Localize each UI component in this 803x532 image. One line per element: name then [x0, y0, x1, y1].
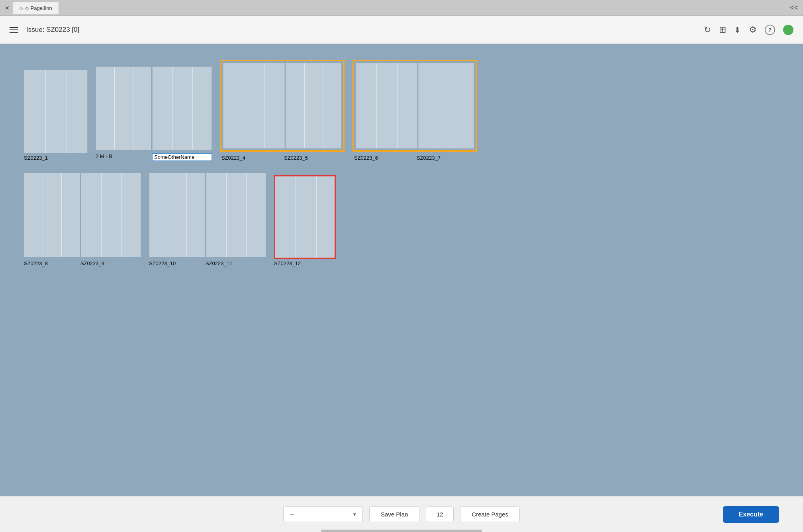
- main-canvas: SZ0223_1: [0, 44, 803, 496]
- page-label-4: SZ0223_4: [221, 155, 283, 161]
- header: Issue: SZ0223 [0] ?: [0, 16, 803, 44]
- page-item-2mb-left[interactable]: [96, 66, 151, 150]
- hamburger-line: [10, 32, 18, 33]
- page-group-10-11: SZ0223_10 SZ0223_11: [149, 173, 266, 266]
- page-thumb-1: [24, 70, 88, 153]
- settings-icon[interactable]: [749, 25, 757, 35]
- labels-10-11: SZ0223_10 SZ0223_11: [149, 259, 266, 266]
- header-title: Issue: SZ0223 [0]: [26, 26, 79, 34]
- page-group-8-9: SZ0223_8 SZ0223_9: [24, 173, 141, 266]
- page-thumb-2mb-left: [96, 66, 151, 150]
- page-item-2mb-right[interactable]: [152, 66, 212, 150]
- pages-row-2: SZ0223_8 SZ0223_9 SZ0223_10 SZ0223_11: [24, 173, 779, 266]
- title-bar-left: ✕ ◇ ◇ PageJinn: [5, 2, 59, 14]
- page-thumb-4[interactable]: [223, 63, 285, 149]
- title-bar: ✕ ◇ ◇ PageJinn <<: [0, 0, 803, 16]
- page-group-2mb: 2 M - B: [96, 66, 212, 161]
- page-label-8: SZ0223_8: [24, 260, 80, 266]
- page-thumb-11[interactable]: [206, 173, 266, 257]
- download-icon[interactable]: [734, 25, 741, 35]
- page-item-sz0223-1[interactable]: SZ0223_1: [24, 70, 88, 161]
- dropdown-arrow-icon: ▾: [353, 511, 356, 517]
- help-icon[interactable]: ?: [765, 25, 775, 35]
- page-label-7: SZ0223_7: [417, 155, 472, 161]
- hamburger-line: [10, 29, 18, 30]
- page-label-input-somename[interactable]: [152, 153, 212, 161]
- page-thumb-2mb-right: [152, 66, 212, 150]
- header-left: Issue: SZ0223 [0]: [10, 26, 79, 34]
- footer-controls: -- ▾ Save Plan Create Pages: [283, 507, 520, 522]
- app-name: ◇ PageJinn: [25, 5, 52, 11]
- collapse-button[interactable]: <<: [790, 4, 798, 12]
- page-thumb-8[interactable]: [24, 173, 80, 257]
- page-thumb-5[interactable]: [286, 63, 341, 149]
- hamburger-menu[interactable]: [10, 27, 18, 33]
- labels-8-9: SZ0223_8 SZ0223_9: [24, 259, 141, 266]
- page-thumb-10[interactable]: [149, 173, 205, 257]
- header-right: ?: [704, 25, 793, 35]
- page-group-6-7: SZ0223_6 SZ0223_7: [353, 60, 477, 161]
- labels-6-7: SZ0223_6 SZ0223_7: [353, 153, 477, 161]
- dropdown-value: --: [290, 511, 294, 518]
- group-8-9-inner: [24, 173, 141, 257]
- page-label-6: SZ0223_6: [354, 155, 416, 161]
- orange-group-4-5: [220, 60, 345, 152]
- page-label-1: SZ0223_1: [24, 155, 48, 161]
- group-10-11-inner: [149, 173, 266, 257]
- app-tab[interactable]: ◇ ◇ PageJinn: [13, 2, 59, 14]
- page-thumb-12: [274, 175, 336, 259]
- page-group-4-5: SZ0223_4 SZ0223_5: [220, 60, 345, 161]
- page-count-input[interactable]: [426, 507, 454, 522]
- page-group-inner-2mb: [96, 66, 212, 150]
- page-label-11: SZ0223_11: [206, 260, 265, 266]
- diamond-icon: ◇: [20, 6, 23, 11]
- create-pages-button[interactable]: Create Pages: [460, 507, 520, 522]
- page-label-9: SZ0223_9: [80, 260, 140, 266]
- execute-button[interactable]: Execute: [723, 506, 779, 523]
- footer: -- ▾ Save Plan Create Pages Execute: [0, 496, 803, 532]
- save-plan-button[interactable]: Save Plan: [369, 507, 419, 522]
- dropdown-button[interactable]: -- ▾: [283, 507, 363, 522]
- page-thumb-6[interactable]: [356, 63, 417, 149]
- page-item-sz0223-12[interactable]: SZ0223_12: [274, 175, 336, 266]
- group-2mb-labels: 2 M - B: [96, 152, 212, 161]
- hamburger-line: [10, 27, 18, 28]
- refresh-icon[interactable]: [704, 25, 711, 35]
- status-indicator: [783, 25, 793, 35]
- page-label-12: SZ0223_12: [274, 260, 301, 266]
- close-button[interactable]: ✕: [5, 5, 10, 11]
- orange-group-6-7: [353, 60, 477, 152]
- labels-4-5: SZ0223_4 SZ0223_5: [220, 153, 345, 161]
- grid-icon[interactable]: [719, 25, 726, 35]
- page-label-5: SZ0223_5: [284, 155, 340, 161]
- page-label-2mb: 2 M - B: [96, 153, 151, 159]
- scroll-indicator: [321, 530, 482, 532]
- page-thumb-7[interactable]: [418, 63, 474, 149]
- pages-row-1: SZ0223_1: [24, 60, 779, 161]
- page-label-10: SZ0223_10: [149, 260, 205, 266]
- page-thumb-9[interactable]: [81, 173, 141, 257]
